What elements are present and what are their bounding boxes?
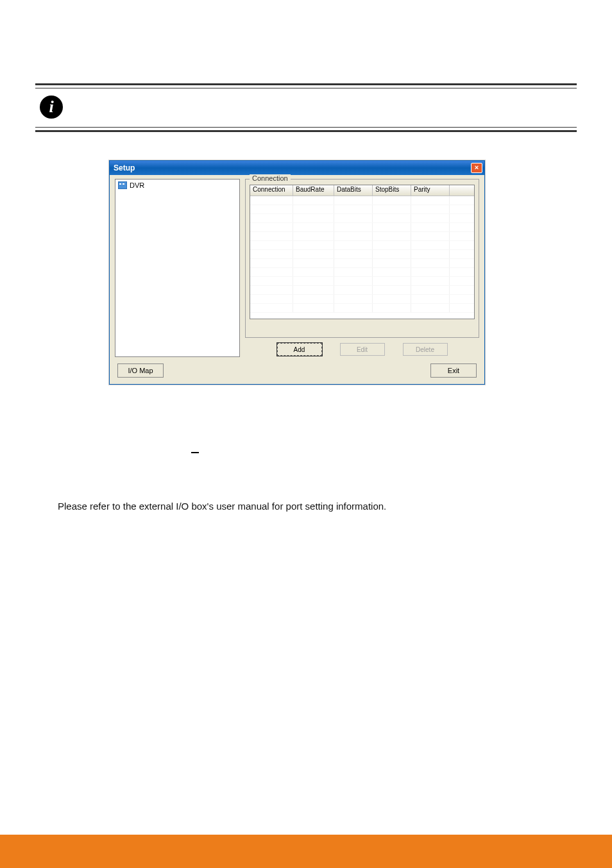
delete-button: Delete <box>403 343 448 356</box>
body-paragraph: Please refer to the external I/O box's u… <box>58 501 386 512</box>
col-baudrate[interactable]: BaudRate <box>293 185 334 196</box>
tree-item-label: DVR <box>130 181 144 189</box>
close-icon[interactable]: × <box>471 163 482 173</box>
col-stopbits[interactable]: StopBits <box>373 185 411 196</box>
col-spacer <box>450 185 474 196</box>
tree-panel[interactable]: DVR <box>115 179 240 357</box>
tree-item-dvr[interactable]: DVR <box>117 181 238 190</box>
edit-button: Edit <box>340 343 385 356</box>
info-icon: i <box>40 96 63 119</box>
add-button[interactable]: Add <box>277 343 322 356</box>
titlebar: Setup × <box>110 161 484 175</box>
iomap-button[interactable]: I/O Map <box>117 363 164 378</box>
connection-grid[interactable]: Connection BaudRate DataBits StopBits Pa… <box>250 185 475 319</box>
footer-bar <box>0 835 612 868</box>
col-databits[interactable]: DataBits <box>334 185 373 196</box>
col-parity[interactable]: Parity <box>411 185 450 196</box>
fieldset-legend: Connection <box>250 174 291 182</box>
connection-fieldset: Connection Connection BaudRate DataBits … <box>245 179 479 338</box>
col-connection[interactable]: Connection <box>250 185 293 196</box>
dvr-icon <box>118 181 127 189</box>
grid-body <box>250 196 474 319</box>
setup-dialog: Setup × DVR Connection Connection BaudRa… <box>109 160 485 385</box>
dash-mark <box>191 452 199 453</box>
exit-button[interactable]: Exit <box>430 363 477 378</box>
window-title: Setup <box>114 163 135 172</box>
